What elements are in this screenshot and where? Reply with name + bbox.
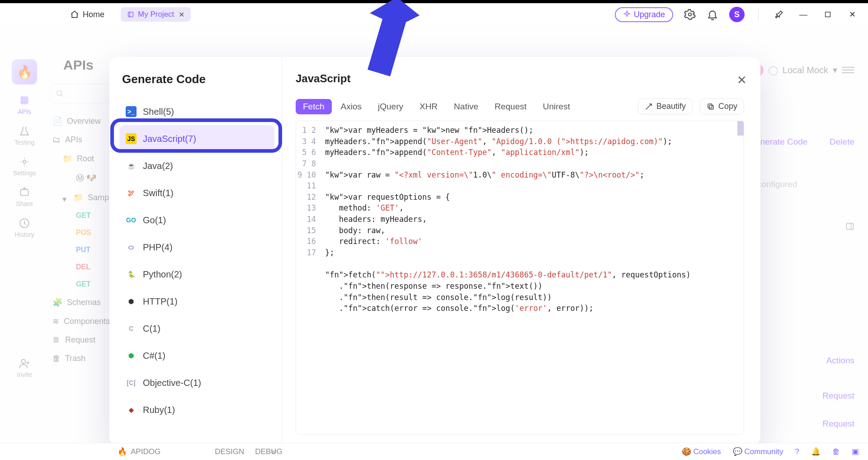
variant-fetch[interactable]: Fetch — [296, 99, 332, 114]
variant-axios[interactable]: Axios — [334, 99, 369, 114]
language-panel: Generate Code >_Shell(5)JSJavaScript(7)☕… — [109, 57, 282, 446]
lang-item-c[interactable]: CC(1) — [119, 315, 274, 342]
copy-label: Copy — [718, 102, 737, 111]
variant-unirest[interactable]: Unirest — [536, 99, 577, 114]
code-block[interactable]: 1 2 3 4 5 6 7 8 9 10 11 12 13 14 15 16 1… — [296, 121, 744, 435]
csharp-icon: ⬢ — [126, 350, 137, 361]
go-icon: GO — [126, 215, 137, 225]
lang-label: Objective-C(1) — [143, 378, 201, 388]
lang-label: Python(2) — [143, 269, 182, 280]
trash-footer-icon[interactable]: 🗑 — [832, 447, 840, 456]
svg-rect-11 — [708, 104, 712, 108]
lang-label: Swift(1) — [143, 188, 174, 198]
project-tab[interactable]: My Project ✕ — [121, 7, 191, 22]
close-tab-icon[interactable]: ✕ — [179, 10, 184, 19]
lang-item-shell[interactable]: >_Shell(5) — [119, 98, 274, 125]
help-icon[interactable]: ? — [795, 447, 799, 456]
shell-icon: >_ — [126, 106, 137, 117]
home-icon — [70, 10, 79, 19]
svg-rect-0 — [128, 12, 133, 17]
home-label: Home — [83, 10, 104, 19]
copy-icon — [707, 103, 715, 111]
objc-icon: [C] — [126, 377, 137, 388]
maximize-icon[interactable] — [821, 8, 835, 21]
line-gutter: 1 2 3 4 5 6 7 8 9 10 11 12 13 14 15 16 1… — [296, 121, 321, 262]
brand-footer: 🔥 APIDOG — [118, 447, 160, 456]
svg-rect-10 — [709, 105, 713, 109]
lang-item-javascript[interactable]: JSJavaScript(7) — [119, 125, 274, 152]
code-panel: JavaScript ✕ FetchAxiosjQueryXHRNativeRe… — [282, 57, 760, 446]
lang-label: Ruby(1) — [143, 405, 175, 415]
beautify-button[interactable]: Beautify — [638, 99, 693, 114]
lang-item-swift[interactable]: 🕊Swift(1) — [119, 179, 274, 207]
variant-xhr[interactable]: XHR — [412, 99, 445, 114]
bell-icon[interactable] — [707, 9, 718, 20]
annotation-arrow — [343, 0, 420, 88]
variant-native[interactable]: Native — [447, 99, 486, 114]
gear-icon[interactable] — [684, 9, 696, 20]
python-icon: 🐍 — [126, 269, 137, 280]
minimize-icon[interactable]: — — [797, 8, 810, 21]
sparkle-icon — [623, 10, 631, 19]
lang-item-php[interactable]: ⬭PHP(4) — [119, 234, 274, 261]
language-list[interactable]: >_Shell(5)JSJavaScript(7)☕Java(2)🕊Swift(… — [119, 98, 276, 434]
project-tab-label: My Project — [138, 10, 174, 19]
status-bar: « 🔥 APIDOG DESIGN DEBUG 🍪 Cookies 💬 Comm… — [0, 443, 868, 460]
mode-design[interactable]: DESIGN — [215, 447, 244, 456]
lang-item-go[interactable]: GOGo(1) — [119, 207, 274, 234]
close-window-icon[interactable]: ✕ — [845, 8, 859, 21]
generate-code-modal: Generate Code >_Shell(5)JSJavaScript(7)☕… — [109, 57, 760, 446]
upgrade-label: Upgrade — [634, 10, 665, 19]
copy-button[interactable]: Copy — [700, 99, 744, 114]
variant-request[interactable]: Request — [487, 99, 534, 114]
upgrade-button[interactable]: Upgrade — [615, 7, 673, 22]
terminal-icon[interactable]: ▣ — [852, 447, 859, 456]
avatar-initial: S — [734, 10, 740, 19]
wand-icon — [645, 103, 653, 111]
home-button[interactable]: Home — [70, 10, 104, 19]
lang-label: Shell(5) — [143, 107, 174, 117]
lang-label: C#(1) — [143, 351, 165, 361]
ruby-icon: ◆ — [126, 404, 137, 415]
code-minimap — [737, 121, 744, 193]
lang-item-ruby[interactable]: ◆Ruby(1) — [119, 396, 274, 423]
http-icon: ⬢ — [126, 296, 137, 307]
variant-jquery[interactable]: jQuery — [371, 99, 410, 114]
lang-label: C(1) — [143, 324, 160, 334]
lang-item-java[interactable]: ☕Java(2) — [119, 152, 274, 179]
top-toolbar: Home My Project ✕ Upgrade S — ✕ — [0, 3, 868, 26]
code-body[interactable]: "kw">var myHeaders = "kw">new "fn">Heade… — [296, 121, 744, 318]
java-icon: ☕ — [126, 160, 137, 171]
lang-label: Java(2) — [143, 161, 173, 171]
php-icon: ⬭ — [126, 242, 137, 253]
avatar[interactable]: S — [729, 7, 745, 22]
bell-footer-icon[interactable]: 🔔 — [811, 447, 821, 456]
beautify-label: Beautify — [656, 102, 686, 111]
mode-debug[interactable]: DEBUG — [255, 447, 282, 456]
svg-rect-2 — [826, 12, 830, 17]
collapse-sidebar-icon[interactable]: « — [271, 447, 275, 456]
swift-icon: 🕊 — [126, 188, 137, 198]
variant-tabs: FetchAxiosjQueryXHRNativeRequestUnirest … — [296, 99, 744, 114]
lang-label: HTTP(1) — [143, 296, 178, 307]
cookies-link[interactable]: 🍪 Cookies — [682, 447, 721, 456]
project-icon — [127, 11, 134, 18]
lang-item-http[interactable]: ⬢HTTP(1) — [119, 288, 274, 315]
lang-label: JavaScript(7) — [143, 134, 196, 144]
lang-label: PHP(4) — [143, 242, 173, 253]
community-link[interactable]: 💬 Community — [733, 447, 783, 456]
c-icon: C — [126, 323, 137, 334]
modal-title: Generate Code — [122, 72, 276, 86]
lang-item-python[interactable]: 🐍Python(2) — [119, 261, 274, 288]
lang-label: Go(1) — [143, 215, 166, 225]
close-modal-icon[interactable]: ✕ — [737, 73, 747, 87]
lang-item-csharp[interactable]: ⬢C#(1) — [119, 342, 274, 369]
lang-item-objc[interactable]: [C]Objective-C(1) — [119, 369, 274, 396]
svg-point-1 — [689, 13, 692, 16]
pin-icon[interactable] — [772, 8, 786, 21]
javascript-icon: JS — [126, 133, 137, 144]
